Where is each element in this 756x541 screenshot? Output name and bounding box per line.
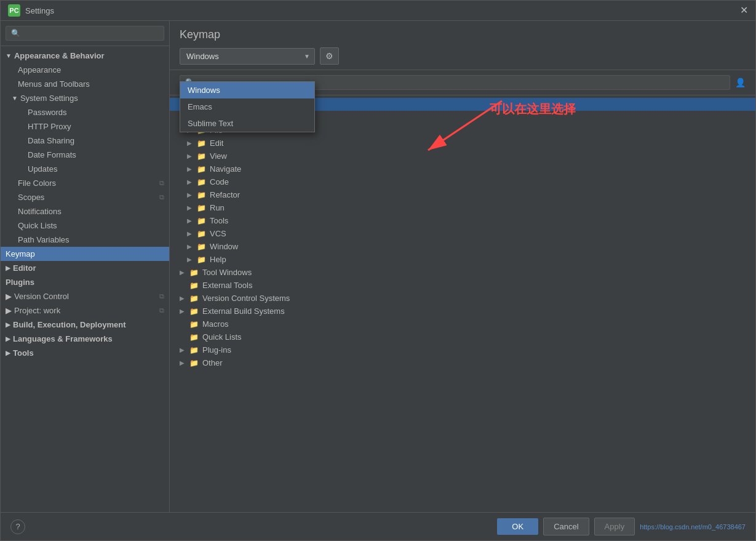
- sidebar-item-label: Keymap: [6, 249, 35, 258]
- sidebar-item-build-execution[interactable]: ▶ Build, Execution, Deployment: [1, 318, 169, 332]
- window-title: Settings: [25, 6, 54, 15]
- dropdown-item-sublime[interactable]: Sublime Text: [180, 115, 314, 132]
- folder-icon: 📁: [197, 230, 206, 238]
- folder-icon: 📁: [189, 294, 199, 303]
- sidebar-item-project-work[interactable]: ▶ Project: work ⧉: [1, 303, 169, 318]
- sidebar-item-label: Scopes: [18, 193, 44, 202]
- cancel-button[interactable]: Cancel: [543, 518, 589, 535]
- sidebar-item-data-sharing[interactable]: Data Sharing: [1, 134, 169, 148]
- folder-special-icon: 📁: [189, 307, 199, 316]
- dropdown-item-windows[interactable]: Windows: [180, 82, 314, 98]
- sidebar-item-path-variables[interactable]: Path Variables: [1, 233, 169, 247]
- settings-window: PC Settings ✕ ▼ Appearance & Behavior Ap…: [0, 0, 756, 541]
- tree-item-label: Run: [210, 203, 225, 212]
- csdn-link[interactable]: https://blog.csdn.net/m0_46738467: [640, 523, 746, 531]
- sidebar-item-quick-lists[interactable]: Quick Lists: [1, 218, 169, 233]
- dropdown-item-emacs[interactable]: Emacs: [180, 98, 314, 115]
- folder-icon: 📁: [197, 242, 206, 251]
- help-button[interactable]: ?: [10, 519, 25, 534]
- main-panel: Keymap Windows Emacs Sublime Text ▼ ⚙ Wi: [170, 21, 755, 512]
- sidebar-item-label: Project: work: [14, 306, 60, 315]
- chevron-right-icon: ▶: [187, 204, 194, 211]
- chevron-down-icon: ▼: [12, 95, 18, 102]
- tree-item-vcs[interactable]: ▶ 📁 VCS: [170, 227, 755, 240]
- sidebar-item-label: System Settings: [20, 94, 78, 103]
- tree-item-edit[interactable]: ▶ 📁 Edit: [170, 137, 755, 150]
- sidebar-item-label: Build, Execution, Deployment: [13, 320, 125, 329]
- tree-item-quick-lists[interactable]: 📁 Quick Lists: [170, 331, 755, 343]
- sidebar-item-version-control[interactable]: ▶ Version Control ⧉: [1, 289, 169, 303]
- tree-item-help[interactable]: ▶ 📁 Help: [170, 253, 755, 266]
- sidebar-item-label: Data Sharing: [28, 136, 74, 145]
- sidebar-item-menus-toolbars[interactable]: Menus and Toolbars: [1, 77, 169, 91]
- tree-item-plug-ins[interactable]: ▶ 📁 Plug-ins: [170, 343, 755, 356]
- tree-item-view[interactable]: ▶ 📁 View: [170, 150, 755, 162]
- sidebar-item-keymap[interactable]: Keymap: [1, 247, 169, 261]
- tree-item-tools-menu[interactable]: ▶ 📁 Tools: [170, 214, 755, 227]
- folder-icon: 📁: [197, 255, 206, 264]
- close-button[interactable]: ✕: [740, 6, 748, 15]
- tree-item-navigate[interactable]: ▶ 📁 Navigate: [170, 162, 755, 175]
- folder-icon: 📁: [197, 152, 206, 161]
- sidebar-item-label: Menus and Toolbars: [18, 79, 90, 89]
- tree-item-label: External Build Systems: [202, 307, 285, 316]
- tree-item-label: Tool Windows: [202, 268, 252, 277]
- tree-item-refactor[interactable]: ▶ 📁 Refactor: [170, 188, 755, 201]
- sidebar-item-notifications[interactable]: Notifications: [1, 204, 169, 218]
- sidebar-item-label: Editor: [13, 263, 36, 273]
- sidebar-item-editor[interactable]: ▶ Editor: [1, 261, 169, 275]
- sidebar-item-plugins[interactable]: Plugins: [1, 275, 169, 289]
- tree-item-label: Macros: [202, 319, 229, 329]
- sidebar-item-label: Appearance & Behavior: [14, 51, 105, 60]
- folder-icon: 📁: [197, 178, 206, 186]
- tree-item-external-tools[interactable]: 📁 External Tools: [170, 279, 755, 292]
- copy-icon: ⧉: [159, 193, 164, 201]
- tree-item-external-build-sys[interactable]: ▶ 📁 External Build Systems: [170, 305, 755, 318]
- sidebar-item-http-proxy[interactable]: HTTP Proxy: [1, 119, 169, 134]
- sidebar-item-file-colors[interactable]: File Colors ⧉: [1, 176, 169, 190]
- sidebar-item-label: Version Control: [14, 292, 69, 301]
- sidebar-item-system-settings[interactable]: ▼ System Settings: [1, 91, 169, 105]
- chevron-right-icon: ▶: [180, 359, 187, 366]
- tree-item-tool-windows[interactable]: ▶ 📁 Tool Windows: [170, 266, 755, 279]
- keymap-select[interactable]: Windows Emacs Sublime Text: [180, 48, 315, 65]
- sidebar-item-passwords[interactable]: Passwords: [1, 105, 169, 119]
- sidebar-item-date-formats[interactable]: Date Formats: [1, 148, 169, 162]
- bottom-right: OK Cancel Apply https://blog.csdn.net/m0…: [497, 518, 746, 535]
- tree-item-window[interactable]: ▶ 📁 Window: [170, 240, 755, 253]
- sidebar-item-appearance-behavior[interactable]: ▼ Appearance & Behavior: [1, 49, 169, 63]
- panel-title: Keymap: [180, 28, 746, 41]
- keymap-dropdown-container: Windows Emacs Sublime Text ▼: [180, 48, 315, 65]
- folder-icon: 📁: [189, 281, 199, 290]
- chevron-right-icon: ▶: [187, 217, 194, 224]
- chevron-right-icon: ▶: [187, 140, 194, 146]
- folder-icon: 📁: [189, 333, 199, 342]
- chevron-right-icon: ▶: [180, 347, 187, 353]
- sidebar-search-input[interactable]: [6, 26, 164, 41]
- app-icon: PC: [8, 4, 20, 17]
- person-search-button[interactable]: 👤: [735, 78, 746, 87]
- apply-button[interactable]: Apply: [594, 518, 635, 535]
- tree-item-other[interactable]: ▶ 📁 Other: [170, 356, 755, 369]
- sidebar-item-label: Date Formats: [28, 150, 76, 159]
- sidebar-item-label: Path Variables: [18, 235, 70, 244]
- ok-button[interactable]: OK: [497, 518, 538, 535]
- gear-button[interactable]: ⚙: [320, 47, 339, 65]
- tree-item-code[interactable]: ▶ 📁 Code: [170, 175, 755, 188]
- tree-item-run[interactable]: ▶ 📁 Run: [170, 201, 755, 214]
- chevron-right-icon: ▶: [187, 153, 194, 159]
- chevron-right-icon: ▶: [6, 292, 12, 301]
- tree-item-label: Navigate: [210, 164, 241, 174]
- sidebar-item-languages-frameworks[interactable]: ▶ Languages & Frameworks: [1, 332, 169, 346]
- sidebar-item-tools[interactable]: ▶ Tools: [1, 346, 169, 360]
- chevron-right-icon: ▶: [187, 243, 194, 250]
- chevron-right-icon: ▶: [187, 256, 194, 263]
- chevron-right-icon: ▶: [6, 321, 10, 328]
- tree-item-version-control-sys[interactable]: ▶ 📁 Version Control Systems: [170, 292, 755, 305]
- sidebar-item-scopes[interactable]: Scopes ⧉: [1, 190, 169, 204]
- tree-item-label: Edit: [210, 138, 223, 148]
- tree-item-macros[interactable]: 📁 Macros: [170, 318, 755, 331]
- folder-icon: 📁: [197, 165, 206, 174]
- sidebar-item-updates[interactable]: Updates: [1, 162, 169, 176]
- sidebar-item-appearance[interactable]: Appearance: [1, 63, 169, 77]
